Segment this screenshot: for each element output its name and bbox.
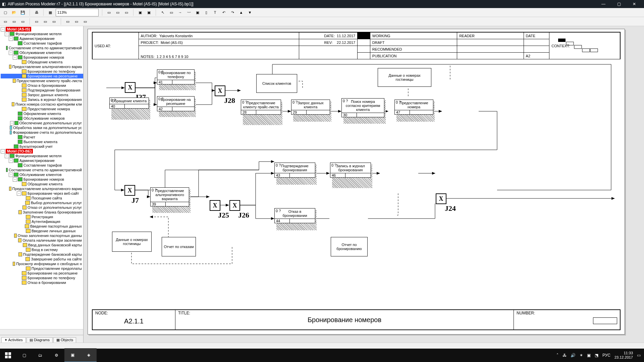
- tree-item[interactable]: Регистрация: [1, 215, 83, 219]
- referent-box[interactable]: Отчет по отказам: [162, 237, 196, 256]
- arrow-icon[interactable]: →: [177, 9, 183, 16]
- tree-item[interactable]: Выселение клиента: [1, 139, 83, 144]
- tree-item[interactable]: Завершение работы на сайте: [1, 257, 83, 261]
- tree-item[interactable]: Оплата наличными при заселении: [1, 238, 83, 243]
- close-button[interactable]: ✕: [627, 0, 642, 8]
- tree-item[interactable]: −Обслуживание клиентов: [1, 50, 83, 55]
- tree-item[interactable]: Отказ в бронировании: [1, 280, 83, 285]
- tree-item[interactable]: Предоставление альтернативного вариа: [1, 64, 83, 69]
- tree-item[interactable]: Предоставление альтернативного вариа: [1, 186, 83, 191]
- save-icon[interactable]: 💾: [19, 9, 26, 16]
- tree-item[interactable]: Расчет: [1, 135, 83, 139]
- tool-icon[interactable]: ▭: [123, 9, 130, 16]
- tree-item[interactable]: Составление отчета по административной: [1, 46, 83, 50]
- tool-icon[interactable]: ▭: [33, 18, 40, 25]
- tool-icon[interactable]: ▭: [82, 18, 89, 25]
- tree-root[interactable]: −Motel (AS-IS): [1, 27, 83, 32]
- tree-hscroll[interactable]: [0, 329, 83, 335]
- tool-icon[interactable]: ↷: [229, 9, 236, 16]
- tree-item[interactable]: −Бронирование через веб-сайт: [1, 191, 83, 196]
- minimize-button[interactable]: —: [596, 0, 611, 8]
- tool-icon[interactable]: ▭: [2, 18, 9, 25]
- tree-item[interactable]: Бронирование на ресепшине: [1, 271, 83, 276]
- tree-item[interactable]: Составление отчета по административной: [1, 168, 83, 172]
- tool-icon[interactable]: ▭: [106, 9, 112, 16]
- app-icon[interactable]: ▣: [64, 348, 80, 362]
- referent-box[interactable]: Отчет по бронированию: [331, 237, 368, 256]
- tree-scroll[interactable]: −Motel (AS-IS) −Функционирование мотеля …: [0, 26, 83, 329]
- tree-item[interactable]: −Функционирование мотеля: [1, 32, 83, 36]
- tree-item[interactable]: Предоставление номера: [1, 107, 83, 111]
- tool-icon[interactable]: ▭: [11, 18, 17, 25]
- tray-icon[interactable]: ✶: [580, 353, 583, 358]
- tree-item[interactable]: Составление тарифов: [1, 163, 83, 168]
- junction-j24[interactable]: X: [436, 193, 446, 204]
- tree-root[interactable]: −Motel (TO-BE): [1, 149, 83, 154]
- tool-icon[interactable]: ▭: [19, 18, 26, 25]
- activity-box[interactable]: 0 ? Предоставление номера 47: [394, 100, 433, 115]
- tray-icon[interactable]: ⬔: [595, 353, 598, 358]
- tree-item[interactable]: Просмотр информации о свободных н: [1, 261, 83, 266]
- tree-item[interactable]: Отказ в бронировании: [1, 83, 83, 88]
- activity-box[interactable]: 0 ? Отказ в бронировании 44: [274, 208, 315, 223]
- language-indicator[interactable]: РУС: [602, 353, 610, 358]
- tool-icon[interactable]: ↶: [220, 9, 227, 16]
- tree-item[interactable]: Оформление клиента: [1, 111, 83, 116]
- tab-objects[interactable]: ▦ Objects: [53, 337, 76, 343]
- junction-j25[interactable]: X: [210, 200, 220, 211]
- text-icon[interactable]: T: [212, 9, 218, 16]
- tool-icon[interactable]: ▣: [146, 9, 152, 16]
- zoom-select[interactable]: [56, 9, 99, 16]
- activity-box[interactable]: 0 ? Обращение клиента 40: [109, 98, 149, 109]
- diagram-canvas[interactable]: USED AT: AUTHOR: Yakovets Konstantin DAT…: [84, 26, 644, 343]
- activity-box[interactable]: 0 ? Поиск номера согласно критериям клие…: [341, 98, 384, 117]
- tree-item[interactable]: Вход в систему: [1, 247, 83, 252]
- tray-network-icon[interactable]: 🖧: [562, 353, 567, 358]
- tree-item[interactable]: Предоставление клиенту прайс-листа: [1, 78, 83, 83]
- referent-icon[interactable]: ▯: [203, 9, 210, 16]
- tree-item[interactable]: Бронирование по телефону: [1, 69, 83, 74]
- tree-item[interactable]: Подтверждение банковской карты: [1, 252, 83, 257]
- referent-box[interactable]: Данные о номерах гостиницы: [112, 232, 152, 252]
- tree-item[interactable]: Аутентификация: [1, 219, 83, 224]
- tree-item[interactable]: Составление тарифов: [1, 41, 83, 46]
- tree-item[interactable]: Ввод данных банковской карты: [1, 243, 83, 247]
- task-view-icon[interactable]: ▢: [16, 349, 32, 362]
- tab-diagrams[interactable]: ▤ Diagrams: [26, 337, 53, 343]
- activity-box[interactable]: 0 ? Запись в журнал бронирования 46: [330, 163, 371, 178]
- tree-item[interactable]: Обработка заяки на дополнительные ус: [1, 125, 83, 130]
- tree-item[interactable]: −Бронирование номеров: [1, 177, 83, 182]
- tree-item[interactable]: Выбор дополнительных услуг: [1, 200, 83, 205]
- activity-box[interactable]: 0 ? Бронирование на ресепшине 42: [157, 96, 195, 111]
- tree-item[interactable]: −Обеспечение дополнительных услуг: [1, 121, 83, 125]
- tree-item[interactable]: Предоставление предоплаты: [1, 266, 83, 271]
- activity-box[interactable]: 0 ? Предоставление альтернативного вариа…: [150, 187, 189, 206]
- junction-j7[interactable]: X: [124, 185, 135, 196]
- tab-activities[interactable]: ✦ Activities: [1, 337, 26, 343]
- settings-icon[interactable]: ⚙: [48, 349, 64, 362]
- activity-box[interactable]: 0 ? Предоставление клиенту прайс-листа 2…: [241, 100, 281, 115]
- junction-icon[interactable]: ▣: [194, 9, 201, 16]
- tree-item[interactable]: Запись в журнал бронирования: [1, 97, 83, 102]
- explorer-icon[interactable]: 🗂: [32, 349, 48, 362]
- tree-item-selected[interactable]: Бронирование на ресепшине: [1, 74, 83, 78]
- tool-icon[interactable]: ▣: [137, 9, 144, 16]
- notifications-icon[interactable]: ▭: [637, 353, 641, 358]
- tool-icon[interactable]: ▲: [238, 9, 245, 16]
- tree-item[interactable]: Поиск номера согласно критериям кли: [1, 102, 83, 107]
- tree-item[interactable]: Введение личных данных: [1, 229, 83, 233]
- tree-item[interactable]: −Функционирование мотеля: [1, 154, 83, 158]
- tree-item[interactable]: Подтверждение бронирования: [1, 88, 83, 93]
- new-icon[interactable]: ▢: [2, 9, 9, 16]
- tray-icon[interactable]: ▣: [587, 353, 591, 358]
- junction-j26[interactable]: X: [229, 200, 240, 211]
- referent-box[interactable]: Данные о номерах гостиницы: [378, 68, 431, 87]
- tree-item[interactable]: Бронирование по телефону: [1, 276, 83, 280]
- squiggle-icon[interactable]: 〰: [185, 9, 192, 16]
- tree-item[interactable]: −Обслуживание клиентов: [1, 172, 83, 177]
- start-button[interactable]: [0, 349, 16, 362]
- junction-j28[interactable]: X: [215, 85, 225, 96]
- maximize-button[interactable]: ▢: [611, 0, 627, 8]
- app-icon[interactable]: ◈: [80, 348, 97, 362]
- tree-item[interactable]: −Администрирование: [1, 158, 83, 163]
